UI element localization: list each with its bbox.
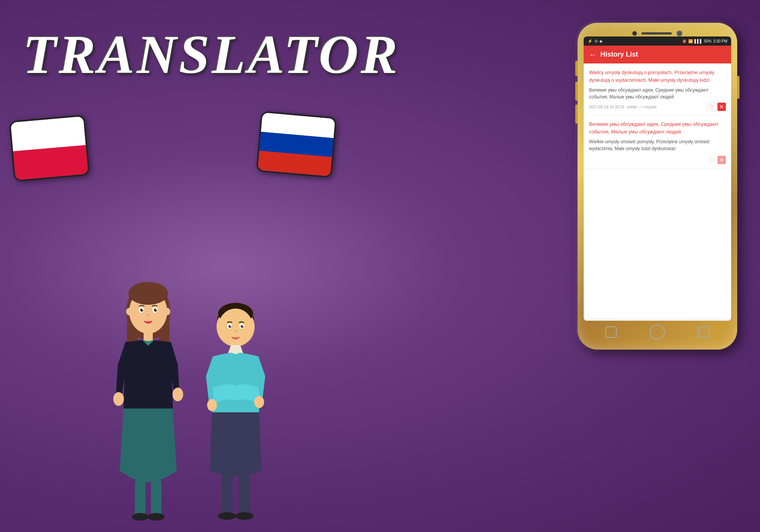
- male-svg: [201, 285, 270, 532]
- svg-point-29: [230, 325, 231, 326]
- history-item-2[interactable]: Великие умы обсуждают идеи, Средние умы …: [584, 115, 731, 168]
- svg-point-11: [147, 314, 150, 317]
- poland-speech-bubble: [9, 115, 90, 182]
- character-female: [110, 266, 186, 532]
- svg-rect-17: [135, 479, 146, 517]
- delete-button-2[interactable]: ✕: [717, 156, 726, 164]
- volume-up-button[interactable]: [575, 61, 578, 76]
- svg-point-10: [156, 309, 157, 310]
- signal-icon: ▌▌▌: [694, 39, 702, 43]
- svg-point-31: [234, 330, 237, 332]
- svg-rect-36: [239, 474, 250, 516]
- svg-rect-18: [151, 479, 162, 517]
- power-button[interactable]: [737, 76, 739, 99]
- status-bar-right: 🔇 📶 ▌▌▌ 50% 3:30 PM: [682, 39, 727, 43]
- volume-down-button[interactable]: [575, 82, 578, 101]
- time-display: 3:30 PM: [713, 39, 727, 43]
- back-nav-button[interactable]: ◁: [605, 326, 617, 338]
- sensor: [676, 30, 682, 36]
- recent-nav-button[interactable]: □: [698, 326, 709, 338]
- history-original-1: Wielcy umysły dyskutują o pomysłach, Prz…: [589, 69, 726, 84]
- front-camera: [632, 31, 637, 36]
- svg-point-33: [207, 399, 217, 411]
- history-actions-partial: ♡ ✕: [589, 154, 726, 164]
- back-button[interactable]: ←: [589, 50, 597, 59]
- app-title-text: TRANSLATOR: [23, 23, 400, 86]
- mute-icon: 🔇: [682, 39, 687, 43]
- svg-point-19: [132, 513, 149, 521]
- history-translated-1: Великие умы обсуждают идеи, Средние умы …: [589, 87, 726, 100]
- svg-point-24: [218, 309, 253, 347]
- svg-rect-35: [221, 474, 233, 516]
- characters-area: [57, 190, 323, 532]
- svg-point-15: [113, 392, 124, 406]
- history-meta-1: 2017-05-19 15:30:23 polski --> rosyjski …: [589, 103, 726, 111]
- history-date-1: 2017-05-19 15:30:23: [589, 105, 624, 109]
- history-meta-left-1: 2017-05-19 15:30:23 polski --> rosyjski: [589, 105, 657, 109]
- phone-top-bar: [602, 30, 713, 36]
- svg-point-4: [128, 282, 168, 305]
- svg-point-13: [164, 308, 170, 315]
- poland-flag-red: [13, 145, 88, 180]
- phone-screen: ⚡ ⊙ ◈ 🔇 📶 ▌▌▌ 50% 3:30 PM ← History List: [584, 36, 731, 321]
- usb-icon: ⚡: [587, 39, 593, 44]
- battery-level: 50%: [704, 39, 712, 43]
- svg-point-30: [242, 325, 244, 326]
- svg-point-12: [126, 308, 132, 315]
- phone-wrapper: ⚡ ⊙ ◈ 🔇 📶 ▌▌▌ 50% 3:30 PM ← History List: [578, 23, 737, 350]
- screen-title: History List: [600, 51, 638, 59]
- speaker: [641, 32, 672, 35]
- status-bar: ⚡ ⊙ ◈ 🔇 📶 ▌▌▌ 50% 3:30 PM: [584, 36, 731, 46]
- notification-icon: ⊙: [594, 39, 598, 44]
- character-male: [201, 285, 270, 532]
- svg-point-9: [142, 309, 143, 310]
- favorite-button-2[interactable]: ♡: [707, 156, 715, 164]
- svg-point-38: [235, 512, 253, 520]
- svg-point-37: [218, 512, 236, 520]
- home-nav-button[interactable]: ○: [650, 325, 665, 340]
- status-bar-left: ⚡ ⊙ ◈: [587, 39, 602, 44]
- history-item-1[interactable]: Wielcy umysły dyskutują o pomysłach, Prz…: [584, 63, 731, 115]
- notification-icon-2: ◈: [599, 39, 602, 44]
- app-header: ← History List: [584, 46, 731, 63]
- female-svg: [110, 266, 186, 532]
- phone-body: ⚡ ⊙ ◈ 🔇 📶 ▌▌▌ 50% 3:30 PM ← History List: [578, 23, 737, 350]
- svg-rect-14: [144, 330, 153, 341]
- wifi-icon: 📶: [688, 39, 693, 43]
- russia-speech-bubble: [256, 111, 337, 178]
- history-lang-1: polski --> rosyjski: [627, 105, 657, 109]
- svg-point-34: [254, 396, 264, 408]
- silent-button[interactable]: [575, 104, 578, 124]
- history-content[interactable]: Wielcy umysły dyskutują o pomysłach, Prz…: [584, 63, 731, 318]
- svg-point-16: [173, 388, 183, 401]
- delete-button-1[interactable]: ✕: [717, 103, 726, 111]
- history-translated-2: Wielkie umysły omówić pomysły, Przeciętn…: [589, 138, 726, 152]
- phone-bottom: ◁ ○ □: [578, 321, 737, 344]
- favorite-button-1[interactable]: ♡: [707, 103, 715, 111]
- svg-point-20: [148, 513, 165, 521]
- history-actions-1: ♡ ✕: [707, 103, 726, 111]
- history-original-2: Великие умы обсуждают идеи, Средние умы …: [589, 120, 726, 135]
